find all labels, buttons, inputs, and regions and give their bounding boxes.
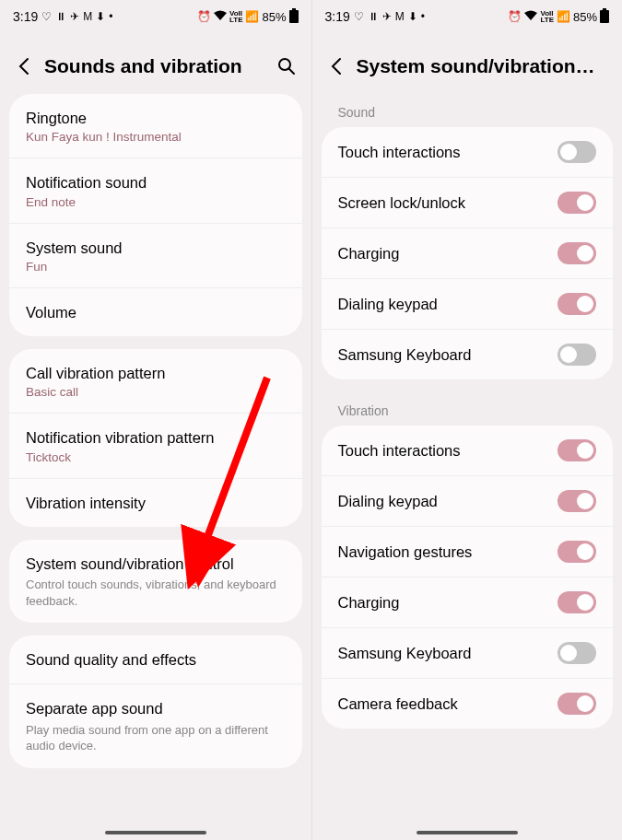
toggle-group: Touch interactionsDialing keypadNavigati… xyxy=(322,426,614,729)
settings-row[interactable]: Volume xyxy=(9,288,302,336)
toggle-label: Navigation gestures xyxy=(338,543,473,561)
gmail-icon: M xyxy=(83,10,92,23)
nav-bar[interactable] xyxy=(417,831,518,834)
settings-row[interactable]: System soundFun xyxy=(9,224,302,288)
toggle-label: Touch interactions xyxy=(338,442,461,460)
whatsapp-icon: ♡ xyxy=(354,10,364,23)
settings-row[interactable]: Call vibration patternBasic call xyxy=(9,349,302,414)
toggle-row: Charging xyxy=(322,228,614,279)
toggle-switch[interactable] xyxy=(557,541,596,563)
download-icon: ⬇ xyxy=(96,10,105,23)
download-icon: ⬇ xyxy=(408,10,417,23)
svg-rect-8 xyxy=(603,8,606,10)
settings-group: Sound quality and effectsSeparate app so… xyxy=(9,636,302,768)
settings-group: System sound/vibration controlControl to… xyxy=(9,540,302,623)
page-header: Sounds and vibration xyxy=(0,29,311,94)
page-header: System sound/vibration… xyxy=(312,29,623,94)
toggle-label: Dialing keypad xyxy=(338,493,438,510)
toggle-label: Charging xyxy=(338,245,400,262)
settings-row[interactable]: Separate app soundPlay media sound from … xyxy=(9,684,302,767)
toggle-row: Camera feedback xyxy=(322,679,614,729)
toggle-knob xyxy=(577,194,593,211)
battery-icon xyxy=(289,8,299,26)
row-subtitle: Basic call xyxy=(26,385,286,399)
toggle-label: Screen lock/unlock xyxy=(338,194,466,212)
toggle-knob xyxy=(577,594,593,611)
nav-bar[interactable] xyxy=(105,831,206,834)
row-subtitle: Fun xyxy=(26,260,286,274)
svg-rect-7 xyxy=(600,10,609,23)
toggle-row: Screen lock/unlock xyxy=(322,178,614,228)
toggle-row: Touch interactions xyxy=(322,127,614,178)
settings-row[interactable]: System sound/vibration controlControl to… xyxy=(9,540,302,623)
toggle-switch[interactable] xyxy=(557,344,596,366)
section-label: Vibration xyxy=(322,392,614,426)
toggle-switch[interactable] xyxy=(557,439,596,461)
signal-icon: 📶 xyxy=(557,10,570,23)
toggle-knob xyxy=(577,695,593,712)
row-title: System sound/vibration control xyxy=(26,554,286,574)
settings-row[interactable]: Vibration intensity xyxy=(9,479,302,527)
svg-rect-1 xyxy=(292,8,296,10)
toggle-row: Touch interactions xyxy=(322,426,614,476)
toggle-row: Charging xyxy=(322,578,614,628)
toggle-knob xyxy=(577,543,593,560)
settings-row[interactable]: Sound quality and effects xyxy=(9,636,302,684)
toggle-knob xyxy=(577,245,593,262)
status-time: 3:19 xyxy=(13,9,38,24)
alarm-icon: ⏰ xyxy=(508,10,522,23)
svg-rect-0 xyxy=(289,10,299,23)
back-button[interactable] xyxy=(327,57,346,76)
right-phone-screen: 3:19 ♡ ⏸ ✈ M ⬇ • ⏰ VoIILTE 📶 85% System … xyxy=(311,0,623,840)
row-title: Ringtone xyxy=(26,108,286,128)
toggle-switch[interactable] xyxy=(557,192,596,214)
toggle-label: Dialing keypad xyxy=(338,296,438,313)
toggle-row: Navigation gestures xyxy=(322,527,614,578)
status-right: ⏰ VoIILTE 📶 85% xyxy=(508,8,609,26)
telegram-icon: ✈ xyxy=(382,10,392,23)
toggle-knob xyxy=(577,442,593,459)
settings-group: Call vibration patternBasic callNotifica… xyxy=(9,349,302,527)
search-button[interactable] xyxy=(276,56,297,76)
toggle-switch[interactable] xyxy=(557,141,596,163)
toggle-switch[interactable] xyxy=(557,591,596,613)
toggle-knob xyxy=(560,645,577,661)
status-bar: 3:19 ♡ ⏸ ✈ M ⬇ • ⏰ VoIILTE 📶 85% xyxy=(312,0,623,29)
more-icon: • xyxy=(421,10,425,23)
section-label: Sound xyxy=(322,94,614,127)
alarm-icon: ⏰ xyxy=(197,10,211,23)
row-title: Notification vibration pattern xyxy=(26,427,286,448)
row-title: Separate app sound xyxy=(26,698,286,718)
row-title: Vibration intensity xyxy=(26,493,286,513)
row-subtitle: End note xyxy=(26,195,286,209)
row-title: Call vibration pattern xyxy=(26,363,286,383)
status-bar: 3:19 ♡ ⏸ ✈ M ⬇ • ⏰ VoIILTE 📶 85% xyxy=(0,0,311,29)
settings-group: RingtoneKun Faya kun ! InstrumentalNotif… xyxy=(9,94,302,336)
toggle-label: Touch interactions xyxy=(338,144,461,161)
toggle-switch[interactable] xyxy=(557,642,596,664)
toggle-knob xyxy=(577,296,593,312)
settings-row[interactable]: RingtoneKun Faya kun ! Instrumental xyxy=(9,94,302,158)
toggle-switch[interactable] xyxy=(557,490,596,512)
toggle-switch[interactable] xyxy=(557,693,596,715)
telegram-icon: ✈ xyxy=(70,10,79,23)
back-button[interactable] xyxy=(15,57,33,76)
toggle-knob xyxy=(577,493,593,509)
toggle-row: Samsung Keyboard xyxy=(322,628,614,679)
toggle-switch[interactable] xyxy=(557,293,596,315)
settings-row[interactable]: Notification soundEnd note xyxy=(9,158,302,223)
status-left: 3:19 ♡ ⏸ ✈ M ⬇ • xyxy=(325,9,425,24)
toggle-switch[interactable] xyxy=(557,242,596,264)
row-description: Play media sound from one app on a diffe… xyxy=(26,722,286,754)
toggle-label: Samsung Keyboard xyxy=(338,346,472,364)
settings-row[interactable]: Notification vibration patternTicktock xyxy=(9,414,302,478)
row-title: Sound quality and effects xyxy=(26,649,286,670)
toggle-knob xyxy=(560,346,577,363)
toggle-row: Samsung Keyboard xyxy=(322,330,614,379)
pause-icon: ⏸ xyxy=(368,10,379,23)
row-title: Volume xyxy=(26,302,286,322)
battery-percent: 85% xyxy=(573,10,597,24)
status-time: 3:19 xyxy=(325,9,350,24)
toggle-row: Dialing keypad xyxy=(322,279,614,330)
row-subtitle: Ticktock xyxy=(26,450,286,464)
